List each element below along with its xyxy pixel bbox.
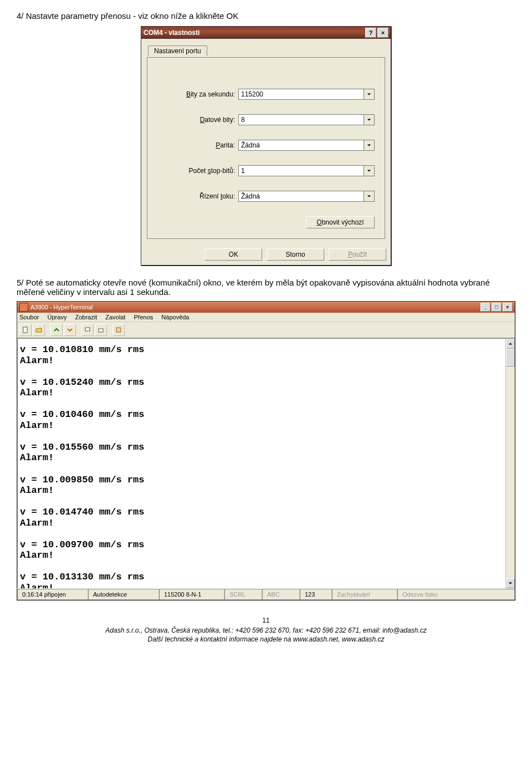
svg-rect-2	[99, 329, 103, 332]
apply-button[interactable]: Použít	[329, 248, 386, 261]
close-button[interactable]: ×	[377, 28, 388, 38]
stop-bits-input[interactable]	[238, 165, 364, 176]
menu-help[interactable]: Nápověda	[161, 314, 189, 320]
status-time: 0:16:14 připojen	[17, 589, 88, 600]
connect-icon[interactable]	[50, 324, 63, 336]
svg-rect-1	[85, 328, 90, 331]
open-icon[interactable]	[33, 324, 45, 336]
ht-statusbar: 0:16:14 připojen Autodetekce 115200 8-N-…	[17, 588, 515, 600]
baud-label: Bity za sekundu:	[157, 90, 238, 98]
help-button[interactable]: ?	[365, 28, 376, 38]
send-icon[interactable]	[81, 324, 94, 336]
hyperterminal-icon	[19, 303, 28, 312]
chevron-down-icon[interactable]	[364, 89, 375, 100]
hyperterminal-window: A3900 - HyperTerminal _ □ × Soubor Úprav…	[17, 301, 515, 600]
tab-port-settings[interactable]: Nastavení portu	[148, 45, 207, 56]
scroll-thumb[interactable]	[506, 349, 515, 366]
stop-bits-label: Počet stop-bitů:	[157, 167, 238, 175]
instruction-step4: 4/ Nastavte parametry přenosu - viz okno…	[17, 11, 515, 21]
footer-line1a: Adash s.r.o., Ostrava, Česká republika, …	[105, 627, 382, 634]
menu-transfer[interactable]: Přenos	[134, 314, 153, 320]
ht-menubar: Soubor Úpravy Zobrazit Zavolat Přenos Ná…	[17, 313, 515, 322]
new-icon[interactable]	[19, 324, 32, 336]
parity-input[interactable]	[238, 140, 364, 151]
chevron-down-icon[interactable]	[364, 191, 375, 202]
menu-call[interactable]: Zavolat	[105, 314, 125, 320]
status-scrl: SCRL	[224, 589, 262, 600]
chevron-down-icon[interactable]	[364, 140, 375, 151]
baud-input[interactable]	[238, 89, 364, 100]
properties-icon[interactable]	[112, 324, 125, 336]
menu-edit[interactable]: Úpravy	[48, 314, 67, 320]
close-button[interactable]: ×	[503, 303, 513, 312]
status-detect: Autodetekce	[88, 589, 159, 600]
minimize-button[interactable]: _	[480, 303, 490, 312]
maximize-button[interactable]: □	[492, 303, 502, 312]
scroll-down-icon[interactable]	[506, 578, 515, 588]
baud-combo[interactable]	[238, 89, 375, 100]
menu-view[interactable]: Zobrazit	[75, 314, 97, 320]
status-echo: Odezva tisku	[397, 589, 515, 600]
footer-email: info@adash.cz	[382, 627, 427, 634]
status-settings: 115200 8-N-1	[159, 589, 224, 600]
tab-panel: Bity za sekundu: Datové bity: Parita:	[147, 57, 385, 239]
data-bits-label: Datové bity:	[157, 116, 238, 124]
disconnect-icon[interactable]	[64, 324, 76, 336]
receive-icon[interactable]	[95, 324, 107, 336]
ht-toolbar	[17, 322, 515, 338]
status-capture: Zachytávání	[332, 589, 397, 600]
instruction-step5: 5/ Poté se automaticky otevře nové (komu…	[17, 278, 515, 297]
scroll-up-icon[interactable]	[506, 339, 515, 349]
dialog-titlebar: COM4 - vlastnosti ? ×	[141, 27, 391, 39]
dialog-title: COM4 - vlastnosti	[144, 29, 200, 37]
vertical-scrollbar[interactable]	[505, 339, 515, 588]
flow-input[interactable]	[238, 191, 364, 202]
menu-file[interactable]: Soubor	[19, 314, 39, 320]
terminal-area[interactable]: v = 10.010810 mm/s rms Alarm! v = 10.015…	[17, 338, 515, 588]
com-properties-dialog: COM4 - vlastnosti ? × Nastavení portu Bi…	[141, 26, 391, 266]
status-abc: ABC	[262, 589, 300, 600]
ok-button[interactable]: OK	[204, 248, 262, 261]
page-number: 11	[17, 616, 515, 625]
svg-rect-3	[116, 328, 121, 332]
restore-defaults-button[interactable]: Obnovit výchozí	[306, 216, 375, 228]
parity-label: Parita:	[157, 141, 238, 149]
chevron-down-icon[interactable]	[364, 114, 375, 125]
ht-titlebar: A3900 - HyperTerminal _ □ ×	[17, 302, 515, 313]
cancel-button[interactable]: Storno	[267, 248, 324, 261]
chevron-down-icon[interactable]	[364, 165, 375, 176]
page-footer: 11 Adash s.r.o., Ostrava, Česká republik…	[17, 616, 515, 644]
terminal-output: v = 10.010810 mm/s rms Alarm! v = 10.015…	[18, 339, 515, 588]
svg-rect-0	[23, 327, 27, 333]
data-bits-combo[interactable]	[238, 114, 375, 125]
parity-combo[interactable]	[238, 140, 375, 151]
flow-combo[interactable]	[238, 191, 375, 202]
flow-label: Řízení toku:	[157, 192, 238, 200]
ht-title-text: A3900 - HyperTerminal	[30, 304, 93, 310]
data-bits-input[interactable]	[238, 114, 364, 125]
status-num: 123	[300, 589, 332, 600]
footer-line2: Další technické a kontaktní informace na…	[148, 635, 385, 643]
stop-bits-combo[interactable]	[238, 165, 375, 176]
